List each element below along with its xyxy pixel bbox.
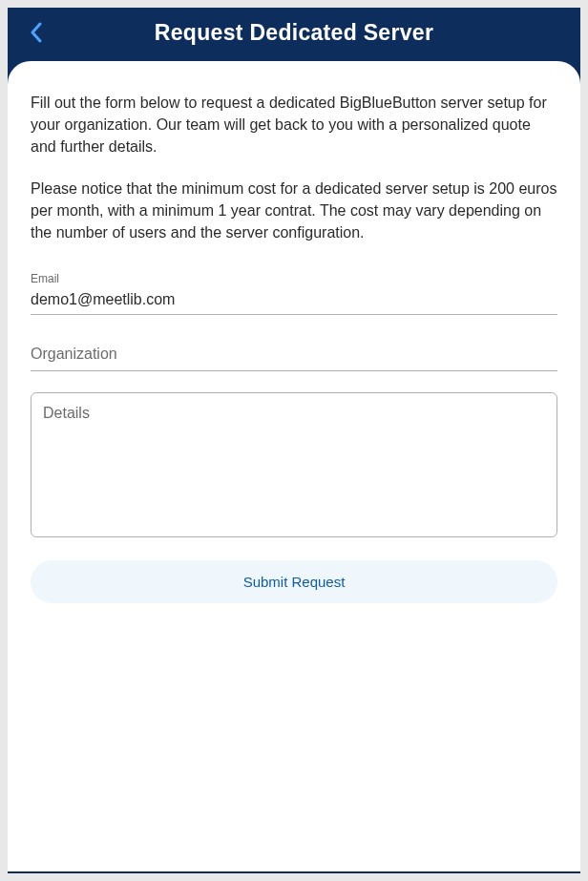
email-input[interactable] <box>31 287 557 315</box>
organization-input[interactable] <box>31 336 557 371</box>
page-title: Request Dedicated Server <box>155 20 433 46</box>
email-label: Email <box>31 272 557 285</box>
email-field-group: Email <box>31 272 557 315</box>
back-icon[interactable] <box>23 19 50 46</box>
intro-paragraph-1: Fill out the form below to request a ded… <box>31 92 557 158</box>
submit-request-button[interactable]: Submit Request <box>31 560 557 603</box>
form-card: Fill out the form below to request a ded… <box>8 61 580 871</box>
organization-field-group <box>31 336 557 371</box>
intro-paragraph-2: Please notice that the minimum cost for … <box>31 178 557 244</box>
details-input[interactable] <box>43 405 545 525</box>
details-field-group <box>31 392 557 537</box>
header: Request Dedicated Server <box>8 8 580 61</box>
